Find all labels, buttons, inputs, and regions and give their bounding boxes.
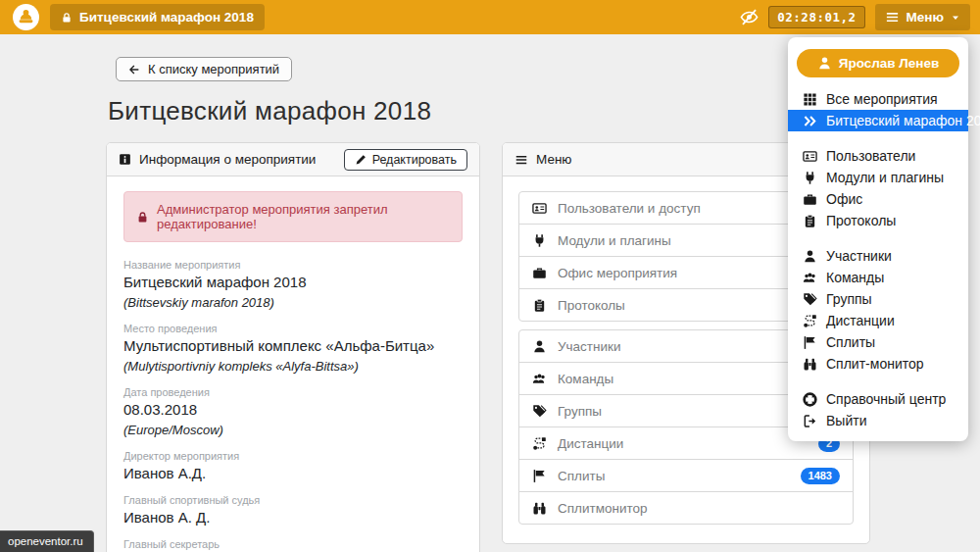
users-icon [803, 271, 817, 285]
dropdown-item-logout[interactable]: Выйти [788, 410, 968, 431]
clipboard-icon [803, 214, 817, 228]
dropdown-item-label: Пользователи [826, 148, 915, 164]
caret-down-icon [951, 13, 960, 23]
pencil-icon [355, 154, 367, 166]
arrow-left-icon [128, 64, 140, 75]
back-to-events-button[interactable]: К списку мероприятий [116, 57, 292, 81]
angles-right-icon [803, 114, 817, 128]
field-chief-judge: Главный спортивный судья Иванов А. Д. [123, 494, 463, 526]
field-label: Главный спортивный судья [123, 494, 463, 506]
route-icon [532, 436, 547, 451]
binoculars-icon [803, 357, 817, 372]
field-director: Директор мероприятия Иванов А.Д. [123, 450, 463, 481]
dropdown-item-protocols[interactable]: Протоколы [788, 210, 968, 231]
dropdown-divider [788, 375, 968, 388]
user-name-label: Ярослав Ленев [839, 56, 940, 71]
user-icon [817, 56, 832, 71]
current-event-button[interactable]: Битцевский марафон 2018 [50, 4, 265, 30]
dropdown-item-label: Офис [826, 191, 862, 207]
current-event-label: Битцевский марафон 2018 [79, 10, 254, 25]
id-card-icon [803, 149, 817, 164]
edit-button[interactable]: Редактировать [344, 149, 467, 171]
flag-icon [803, 335, 817, 350]
eye-slash-icon[interactable] [740, 8, 759, 26]
menu-item-label: Протоколы [558, 298, 625, 313]
id-card-icon [532, 201, 547, 216]
dropdown-item-help-center[interactable]: Справочный центр [788, 388, 968, 410]
field-event-name: Название мероприятия Битцевский марафон … [123, 259, 463, 310]
field-value: Мультиспортивный комплекс «Альфа-Битца» [123, 337, 463, 354]
dropdown-item-label: Участники [826, 248, 892, 264]
field-label: Дата проведения [123, 386, 463, 398]
dropdown-item-groups[interactable]: Группы [788, 288, 968, 310]
dropdown-item-label: Выйти [826, 413, 866, 428]
flag-icon [532, 469, 547, 483]
dropdown-item-users[interactable]: Пользователи [788, 145, 968, 167]
timer-display[interactable]: 02:28:01,2 [768, 6, 864, 28]
field-label: Название мероприятия [123, 259, 463, 271]
user-dropdown-menu: Ярослав Ленев Все мероприятия Битцевский… [788, 37, 968, 441]
hamburger-icon [514, 153, 528, 167]
dropdown-item-participants[interactable]: Участники [788, 245, 968, 267]
dropdown-item-modules[interactable]: Модули и плагины [788, 167, 968, 188]
field-value: Битцевский марафон 2018 [123, 274, 463, 290]
tags-icon [532, 404, 547, 419]
field-chief-secretary: Главный секретарь Зудин А. [123, 538, 463, 552]
grid-icon [803, 92, 817, 107]
dropdown-divider [788, 231, 968, 245]
lock-icon [136, 211, 149, 224]
field-label: Директор мероприятия [123, 450, 463, 462]
event-info-card-header: Информация о мероприятии Редактировать [107, 143, 479, 176]
dropdown-item-all-events[interactable]: Все мероприятия [788, 88, 968, 110]
splits-count-badge: 1483 [801, 468, 840, 484]
dropdown-item-label: Группы [826, 291, 872, 307]
info-square-icon [119, 153, 131, 166]
plug-icon [803, 171, 817, 185]
menu-item-splits[interactable]: Сплиты 1483 [518, 459, 854, 492]
dropdown-item-label: Все мероприятия [826, 91, 938, 107]
plug-icon [532, 233, 547, 248]
dropdown-item-label: Сплит-монитор [826, 356, 924, 372]
event-info-card-title: Информация о мероприятии [139, 152, 316, 167]
life-ring-icon [803, 392, 817, 407]
menu-item-split-monitor[interactable]: Сплитмонитор [518, 491, 854, 525]
dropdown-item-teams[interactable]: Команды [788, 267, 968, 288]
dropdown-item-splits[interactable]: Сплиты [788, 331, 968, 353]
menu-item-label: Группы [558, 404, 602, 419]
menu-toggle-label: Меню [906, 10, 944, 25]
dropdown-item-split-monitor[interactable]: Сплит-монитор [788, 353, 968, 375]
menu-item-label: Команды [558, 372, 613, 386]
field-label: Место проведения [123, 323, 463, 334]
user-profile-button[interactable]: Ярослав Ленев [797, 49, 959, 77]
edit-button-label: Редактировать [372, 153, 457, 167]
dropdown-divider [788, 131, 968, 145]
user-icon [532, 339, 547, 354]
dropdown-item-current-event[interactable]: Битцевский марафон 2018 [788, 110, 968, 131]
dropdown-item-office[interactable]: Офис [788, 188, 968, 210]
menu-item-label: Сплитмонитор [558, 501, 648, 516]
top-navbar: Битцевский марафон 2018 02:28:01,2 Меню [0, 0, 980, 34]
link-status-bar: openeventor.ru [0, 530, 94, 552]
menu-item-label: Дистанции [558, 436, 623, 451]
briefcase-icon [532, 266, 547, 280]
app-logo[interactable] [13, 4, 39, 30]
dropdown-item-distances[interactable]: Дистанции [788, 310, 968, 331]
field-venue: Место проведения Мультиспортивный компле… [123, 323, 463, 374]
field-note: (Europe/Moscow) [123, 423, 463, 437]
menu-card-title: Меню [536, 152, 572, 167]
lock-icon [61, 12, 73, 24]
dropdown-item-label: Команды [826, 270, 884, 285]
back-button-label: К списку мероприятий [148, 62, 279, 76]
menu-toggle-button[interactable]: Меню [875, 4, 970, 30]
field-value: Иванов А.Д. [123, 465, 463, 481]
user-icon [803, 249, 817, 264]
edit-locked-alert-text: Администратор мероприятия запретил редак… [157, 202, 450, 231]
menu-item-label: Офис мероприятия [558, 266, 677, 280]
field-value: Иванов А. Д. [123, 509, 463, 526]
dropdown-item-label: Модули и плагины [826, 170, 944, 185]
tags-icon [803, 292, 817, 307]
sign-out-icon [803, 414, 817, 428]
menu-item-label: Сплиты [558, 469, 605, 483]
users-icon [532, 372, 547, 386]
dropdown-item-label: Сплиты [826, 334, 875, 350]
